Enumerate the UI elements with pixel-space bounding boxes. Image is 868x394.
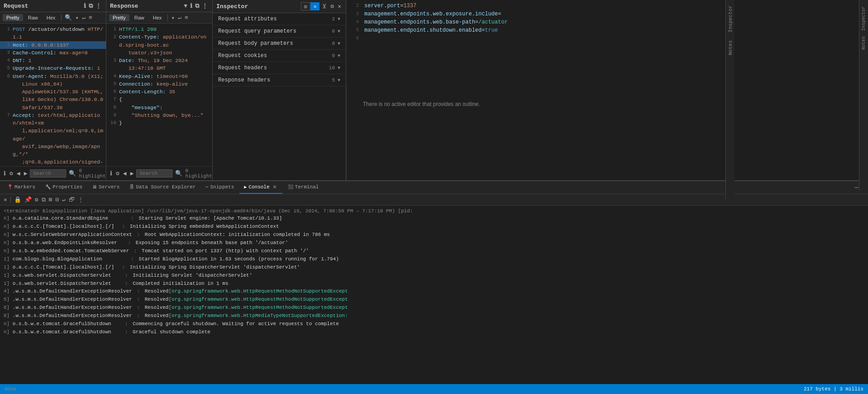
inspector-label-5: Response headers bbox=[218, 77, 270, 83]
inspector-align-icon[interactable]: ⊻ bbox=[321, 2, 328, 10]
console-tab-properties[interactable]: 🔧 Properties bbox=[41, 183, 87, 192]
console-filter-icon[interactable]: ⚙ bbox=[34, 196, 39, 204]
console-tab-snippets[interactable]: ✂ Snippets bbox=[201, 183, 238, 192]
side-tab-notes[interactable]: Notes bbox=[726, 37, 734, 59]
response-tab-hex[interactable]: Hex bbox=[149, 14, 166, 21]
response-line-3: 3 Date: Thu, 19 Dec 2024 13:47:10 GMT bbox=[106, 57, 212, 72]
markers-icon: 📍 bbox=[7, 184, 13, 190]
console-log-2: n] w.s.c.ServletWebServerApplicationCont… bbox=[0, 231, 868, 239]
console-tab-servers[interactable]: 🖥 Servers bbox=[88, 183, 124, 192]
request-search-go-icon[interactable]: 🔍 bbox=[68, 169, 77, 178]
inspector-chevron-0: ▼ bbox=[338, 17, 340, 22]
editor-line-3: 3 management.endpoints.web.exposure.incl… bbox=[346, 10, 868, 18]
console-tab-markers[interactable]: 📍 Markers bbox=[3, 183, 40, 192]
console-clear-icon[interactable]: ✕ bbox=[3, 196, 8, 204]
response-prev-icon[interactable]: ◀ bbox=[122, 169, 128, 178]
console-word-wrap-icon[interactable]: ↵ bbox=[61, 196, 67, 204]
response-dropdown-icon[interactable]: ▼ bbox=[183, 2, 188, 10]
inspector-row-cookies[interactable]: Request cookies 0 ▼ bbox=[213, 50, 346, 62]
inspector-side-tabs: Inspector Notes bbox=[725, 0, 734, 180]
console-terminated-line: <terminated> BlogApplication [Java Appli… bbox=[0, 207, 868, 215]
console-tab-console[interactable]: ▶ Console ✕ bbox=[239, 181, 282, 194]
response-wrap-icon[interactable]: ↵ bbox=[177, 14, 182, 22]
request-more-icon[interactable]: ⋮ bbox=[95, 2, 102, 10]
inspector-row-5-right: 5 ▼ bbox=[332, 77, 340, 83]
request-line-4: 4 DNT: 1 bbox=[0, 57, 106, 64]
request-line-7: 7 Accept: text/html,application/xhtml+xm… bbox=[0, 111, 106, 166]
request-line-6: 6 User-Agent: Mozilla/5.0 (X11; Linux x8… bbox=[0, 72, 106, 111]
console-log-14: n] o.s.b.w.e.tomcat.GracefulShutdown : G… bbox=[0, 328, 868, 336]
inspector-title: Inspector bbox=[216, 3, 248, 10]
request-prev-icon[interactable]: ◀ bbox=[16, 169, 21, 178]
response-line-7: 7 { bbox=[106, 96, 212, 103]
right-side-strip: Inspector Notes bbox=[859, 0, 868, 190]
request-tab-hex[interactable]: Hex bbox=[43, 14, 59, 21]
console-minimize-icon[interactable]: ─ bbox=[854, 184, 859, 192]
inspector-row-2-right: 0 ▼ bbox=[332, 41, 340, 46]
side-tab-inspector[interactable]: Inspector bbox=[726, 2, 734, 36]
inspector-count-4: 10 bbox=[329, 65, 335, 71]
request-list-icon[interactable]: ≡ bbox=[88, 14, 93, 22]
response-search-input[interactable] bbox=[136, 169, 172, 178]
request-header-icons: ℹ ⧉ ⋮ bbox=[83, 2, 102, 10]
response-bottom-settings-icon[interactable]: ⚙ bbox=[115, 169, 120, 178]
request-bottom-settings-icon[interactable]: ⚙ bbox=[9, 169, 14, 178]
right-side-tab-inspector[interactable]: Inspector bbox=[860, 4, 867, 34]
request-tab-pretty[interactable]: Pretty bbox=[3, 14, 23, 21]
console-copy-all-icon[interactable]: ⧉ bbox=[41, 196, 47, 204]
inspector-label-4: Request headers bbox=[218, 65, 267, 71]
request-tab-raw[interactable]: Raw bbox=[24, 14, 42, 21]
response-tab-pretty[interactable]: Pretty bbox=[109, 14, 129, 21]
inspector-row-body-params[interactable]: Request body parameters 0 ▼ bbox=[213, 38, 346, 50]
console-open-icon[interactable]: 🗗 bbox=[68, 196, 76, 204]
console-log-7: 1] o.s.web.servlet.DispatcherServlet : I… bbox=[0, 272, 868, 280]
response-line-1: 1 HTTP/1.1 200 bbox=[106, 25, 212, 33]
response-search-go-icon[interactable]: 🔍 bbox=[174, 169, 183, 178]
inspector-row-request-attributes[interactable]: Request attributes 2 ▼ bbox=[213, 13, 346, 25]
response-more-icon[interactable]: ⋮ bbox=[201, 2, 209, 10]
request-search-icon[interactable]: 🔍 bbox=[64, 14, 73, 22]
request-line-1: 1 POST /actuator/shutdown HTTP/1.1 bbox=[0, 25, 106, 41]
inspector-row-response-headers[interactable]: Response headers 5 ▼ bbox=[213, 74, 346, 86]
inspector-grid-view-btn[interactable]: ⊞ bbox=[301, 2, 310, 10]
request-copy-icon[interactable]: ⧉ bbox=[88, 2, 94, 10]
console-icon: ▶ bbox=[244, 184, 247, 190]
inspector-row-request-headers[interactable]: Request headers 10 ▼ bbox=[213, 62, 346, 74]
response-line-4: 4 Keep-Alive: timeout=60 bbox=[106, 72, 212, 80]
response-highlights: 0 highlights bbox=[185, 168, 215, 179]
request-info-icon[interactable]: ℹ bbox=[83, 2, 87, 10]
response-tab-raw[interactable]: Raw bbox=[131, 14, 148, 21]
console-log-13: n] o.s.b.w.e.tomcat.GracefulShutdown : C… bbox=[0, 320, 868, 328]
right-side-tab-notes[interactable]: Notes bbox=[860, 34, 867, 53]
console-pin-icon[interactable]: 📌 bbox=[24, 196, 33, 204]
response-format-icon[interactable]: ✦ bbox=[170, 14, 176, 22]
console-tab-datasource[interactable]: 🗄 Data Source Explorer bbox=[125, 183, 200, 192]
response-toolbar: Pretty Raw Hex ✦ ↵ ≡ bbox=[106, 12, 212, 24]
inspector-label-3: Request cookies bbox=[218, 53, 267, 59]
inspector-close-icon[interactable]: ✕ bbox=[337, 2, 342, 10]
status-done: Done bbox=[5, 386, 16, 392]
response-next-icon[interactable]: ▶ bbox=[129, 169, 135, 178]
request-next-icon[interactable]: ▶ bbox=[23, 169, 29, 178]
inspector-settings-icon[interactable]: ⚙ bbox=[329, 2, 335, 10]
inspector-row-query-params[interactable]: Request query parameters 0 ▼ bbox=[213, 25, 346, 38]
request-bottom-info-icon[interactable]: ℹ bbox=[3, 169, 7, 178]
request-search-input[interactable] bbox=[30, 169, 66, 178]
inspector-list-view-btn[interactable]: ≡ bbox=[310, 2, 320, 10]
console-collapse-icon[interactable]: ⊟ bbox=[54, 196, 60, 204]
request-wrap-icon[interactable]: ↵ bbox=[81, 14, 86, 22]
response-list-icon[interactable]: ≡ bbox=[184, 14, 189, 22]
response-copy-icon[interactable]: ⧉ bbox=[194, 2, 200, 10]
servers-tab-label: Servers bbox=[99, 184, 119, 190]
status-bar: Done 217 bytes | 3 millis bbox=[0, 384, 868, 394]
console-more-icon[interactable]: ⋮ bbox=[77, 196, 85, 204]
console-close-btn[interactable]: ✕ bbox=[272, 183, 278, 191]
request-format-icon[interactable]: ✦ bbox=[74, 14, 80, 22]
response-bottom-info-icon[interactable]: ℹ bbox=[109, 169, 113, 178]
console-expand-icon[interactable]: ⊞ bbox=[48, 196, 53, 204]
response-bottom-bar: ℹ ⚙ ◀ ▶ 🔍 0 highlights bbox=[106, 166, 212, 180]
response-info-icon[interactable]: ℹ bbox=[189, 2, 193, 10]
console-scroll-lock-icon[interactable]: 🔒 bbox=[13, 196, 22, 204]
console-tab-terminal[interactable]: ⬛ Terminal bbox=[283, 183, 324, 192]
editor-area: 2 server.port=1337 3 management.endpoint… bbox=[346, 0, 868, 180]
